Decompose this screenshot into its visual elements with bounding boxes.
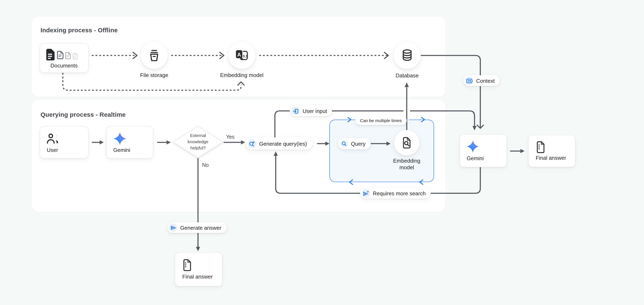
gemini-query-node: Gemini — [106, 126, 153, 158]
can-be-multiple-times-label: Can be multiple times — [360, 118, 402, 123]
embedding-model-icon: 0,1 A — [234, 49, 250, 62]
context-icon — [465, 77, 473, 85]
embedding-model-query-label: Embedding model — [386, 158, 428, 171]
documents-icon — [46, 49, 80, 61]
requires-more-search-pill: Requires more search — [360, 188, 431, 199]
final-answer-doc-icon — [182, 259, 193, 271]
file-storage-label: File storage — [130, 72, 179, 78]
querying-panel-title: Querying process - Realtime — [40, 111, 126, 118]
generate-answer-label: Generate answer — [180, 224, 221, 231]
query-pill: Query — [338, 138, 371, 149]
database-icon — [400, 49, 414, 62]
generate-answer-pill: Generate answer — [168, 222, 226, 233]
send-sparkle-icon — [362, 189, 370, 197]
database-node — [394, 42, 421, 69]
embedding-model-indexing-label: Embedding model — [213, 72, 271, 78]
gemini-star-icon — [466, 140, 480, 153]
user-node: User — [40, 126, 88, 158]
requires-more-search-label: Requires more search — [373, 190, 426, 196]
generate-queries-label: Generate query(ies) — [259, 141, 307, 147]
embedding-model-indexing-node: 0,1 A — [228, 42, 256, 69]
context-pill-label: Context — [476, 78, 495, 84]
user-label: User — [47, 147, 58, 153]
gemini-query-label: Gemini — [113, 147, 130, 153]
generate-queries-pill: Generate query(ies) — [246, 137, 313, 150]
user-input-pill: User input — [290, 106, 332, 116]
user-input-icon — [292, 107, 300, 115]
gemini-answer-node: Gemini — [460, 134, 507, 167]
bucket-icon — [147, 49, 161, 63]
svg-text:0,1: 0,1 — [243, 55, 248, 58]
user-icon — [46, 132, 60, 145]
context-pill: Context — [463, 75, 500, 86]
documents-label: Documents — [40, 63, 88, 69]
yes-edge-label: Yes — [226, 134, 234, 140]
database-label: Database — [382, 72, 432, 79]
documents-node: Documents — [40, 43, 88, 73]
can-be-multiple-times-pill: Can be multiple times — [355, 116, 407, 125]
final-answer-right-node: Final answer — [528, 135, 576, 167]
embedding-model-query-node — [394, 130, 420, 156]
final-answer-bottom-label: Final answer — [182, 273, 213, 280]
retrieval-loop-box — [330, 120, 434, 182]
edge-gemini-to-final-answer — [510, 149, 524, 153]
final-answer-doc-icon — [536, 141, 546, 153]
svg-text:A: A — [237, 52, 241, 58]
decision-label: External knowledge helpful? — [182, 132, 214, 151]
user-input-label: User input — [302, 108, 327, 114]
gemini-star-icon — [113, 132, 127, 146]
send-icon — [169, 223, 177, 232]
no-edge-label: No — [202, 162, 209, 168]
file-storage-node — [140, 42, 168, 69]
indexing-panel-title: Indexing process - Offline — [40, 27, 118, 34]
final-answer-right-label: Final answer — [536, 155, 566, 161]
query-pill-label: Query — [351, 141, 366, 147]
search-icon — [340, 140, 348, 148]
final-answer-bottom-node: Final answer — [175, 252, 222, 286]
document-search-icon — [401, 137, 412, 149]
rag-architecture-diagram: Indexing process - Offline Querying proc… — [0, 0, 644, 305]
query-sparkle-icon — [248, 139, 256, 148]
gemini-answer-label: Gemini — [467, 155, 484, 161]
